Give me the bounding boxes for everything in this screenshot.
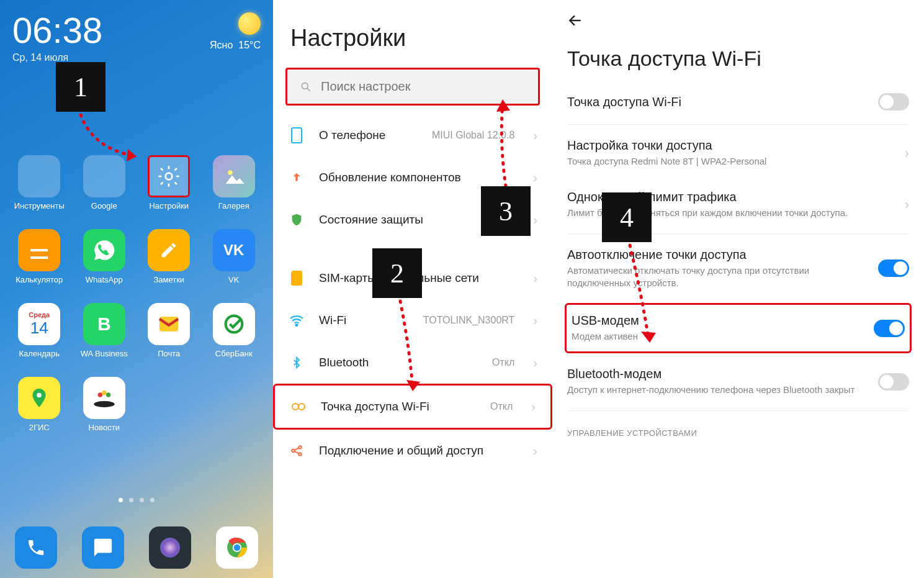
news-icon — [83, 377, 125, 419]
arrow-trail-3 — [490, 93, 527, 192]
hotspot-item-setup[interactable]: Настройка точки доступа Точка доступа Re… — [552, 127, 924, 179]
app-label: Инструменты — [14, 201, 65, 210]
app-label: Заметки — [153, 275, 184, 284]
app-news[interactable]: Новости — [78, 377, 132, 432]
h-title: Bluetooth-модем — [567, 367, 868, 381]
hotspot-item-enable[interactable]: Точка доступа Wi-Fi — [552, 82, 924, 122]
svg-point-12 — [234, 544, 240, 551]
step-marker-2: 2 — [372, 248, 422, 298]
folder-icon — [18, 155, 60, 197]
app-gallery[interactable]: Галерея — [207, 155, 261, 210]
svg-point-13 — [302, 83, 308, 89]
h-title: Точка доступа Wi-Fi — [567, 95, 868, 109]
app-label: СберБанк — [215, 349, 253, 358]
home-weather[interactable]: Ясно 15°C — [210, 12, 261, 51]
dock-phone-icon[interactable] — [15, 526, 57, 569]
phone-info-icon — [288, 127, 305, 144]
app-calculator[interactable]: Калькулятор — [12, 229, 66, 284]
wa-business-icon: B — [83, 303, 125, 345]
svg-marker-23 — [406, 380, 420, 391]
home-pager — [0, 498, 273, 502]
weather-sun-icon — [238, 12, 261, 35]
app-vk[interactable]: VK VK — [207, 229, 261, 284]
hotspot-title: Точка доступа Wi-Fi — [552, 33, 924, 82]
app-label: WA Business — [81, 349, 128, 358]
step-marker-4: 4 — [602, 192, 652, 242]
dock-camera-icon[interactable] — [149, 526, 191, 569]
app-notes[interactable]: Заметки — [142, 229, 196, 284]
gear-icon — [148, 155, 190, 197]
svg-point-16 — [292, 404, 298, 410]
svg-point-6 — [94, 401, 114, 407]
chevron-right-icon: › — [531, 400, 536, 414]
app-mail[interactable]: Почта — [142, 303, 196, 358]
app-wa-business[interactable]: B WA Business — [78, 303, 132, 358]
app-calendar[interactable]: Среда 14 Календарь — [12, 303, 66, 358]
h-title: Настройка точки доступа — [567, 138, 895, 153]
hotspot-screen: Точка доступа Wi-Fi Точка доступа Wi-Fi … — [552, 0, 924, 578]
calendar-day-num: 14 — [30, 318, 48, 338]
svg-point-1 — [166, 173, 173, 180]
home-app-grid: Инструменты Google Настройки Галерея — [0, 155, 273, 432]
toggle-hotspot[interactable] — [878, 93, 909, 111]
settings-item-value: Откл — [490, 401, 513, 412]
svg-line-21 — [294, 448, 298, 450]
calendar-day-label: Среда — [29, 311, 50, 318]
mail-icon — [148, 303, 190, 345]
home-weather-text: Ясно 15°C — [210, 40, 261, 51]
toggle-usb-modem[interactable] — [874, 320, 905, 337]
settings-search-input[interactable] — [321, 79, 526, 94]
h-title: USB-модем — [572, 314, 864, 328]
gallery-icon — [213, 155, 255, 197]
hotspot-item-autooff[interactable]: Автоотключение точки доступа Автоматичес… — [552, 237, 924, 301]
svg-marker-24 — [496, 99, 510, 112]
vk-icon: VK — [213, 229, 255, 271]
settings-item-value: Откл — [492, 357, 514, 368]
svg-point-8 — [102, 391, 106, 395]
svg-point-15 — [296, 324, 298, 326]
settings-screen: Настройки О телефоне MIUI Global 12.0.8 … — [273, 0, 552, 578]
chevron-right-icon: › — [533, 213, 537, 227]
app-label: Google — [91, 201, 117, 210]
2gis-icon — [18, 377, 60, 419]
app-label: VK — [228, 275, 239, 284]
chevron-right-icon: › — [533, 314, 537, 328]
sberbank-icon — [213, 303, 255, 345]
bluetooth-icon — [288, 354, 305, 371]
chevron-right-icon: › — [533, 171, 537, 185]
app-instruments[interactable]: Инструменты — [12, 155, 66, 210]
chevron-right-icon: › — [905, 197, 909, 213]
svg-point-4 — [225, 316, 242, 333]
svg-point-9 — [106, 392, 110, 397]
home-weather-cond: Ясно — [210, 40, 233, 50]
hotspot-item-bt[interactable]: Bluetooth-модем Доступ к интернет-подклю… — [552, 356, 924, 407]
app-sberbank[interactable]: СберБанк — [207, 303, 261, 358]
back-button[interactable] — [552, 0, 924, 33]
toggle-bt-modem[interactable] — [878, 373, 909, 391]
app-settings[interactable]: Настройки — [142, 155, 196, 210]
dock-chrome-icon[interactable] — [216, 526, 258, 569]
app-2gis[interactable]: 2ГИС — [12, 377, 66, 432]
svg-point-2 — [228, 170, 233, 175]
app-whatsapp[interactable]: WhatsApp — [78, 229, 132, 284]
settings-item-connection[interactable]: Подключение и общий доступ › — [273, 430, 552, 472]
dock-messages-icon[interactable] — [82, 526, 124, 569]
svg-marker-0 — [127, 149, 137, 161]
home-clock: 06:38 — [12, 12, 102, 48]
settings-item-value: TOTOLINK_N300RT — [423, 315, 515, 326]
settings-item-label: О телефоне — [319, 129, 418, 142]
app-label: Новости — [89, 423, 120, 432]
home-screen: 06:38 Ср, 14 июля Ясно 15°C 1 Инструмент… — [0, 0, 273, 578]
arrow-trail-4 — [624, 242, 667, 354]
svg-line-14 — [307, 88, 310, 91]
toggle-autooff[interactable] — [878, 260, 909, 277]
share-icon — [288, 442, 305, 459]
svg-point-5 — [37, 393, 42, 398]
h-title: Автоотключение точки доступа — [567, 248, 868, 262]
chevron-right-icon: › — [533, 129, 537, 143]
hotspot-icon — [290, 398, 307, 415]
hotspot-item-usb[interactable]: USB-модем Модем активен — [565, 303, 912, 353]
arrow-trail-2 — [394, 298, 431, 404]
app-label: Календарь — [19, 349, 60, 358]
chevron-right-icon: › — [905, 145, 909, 161]
